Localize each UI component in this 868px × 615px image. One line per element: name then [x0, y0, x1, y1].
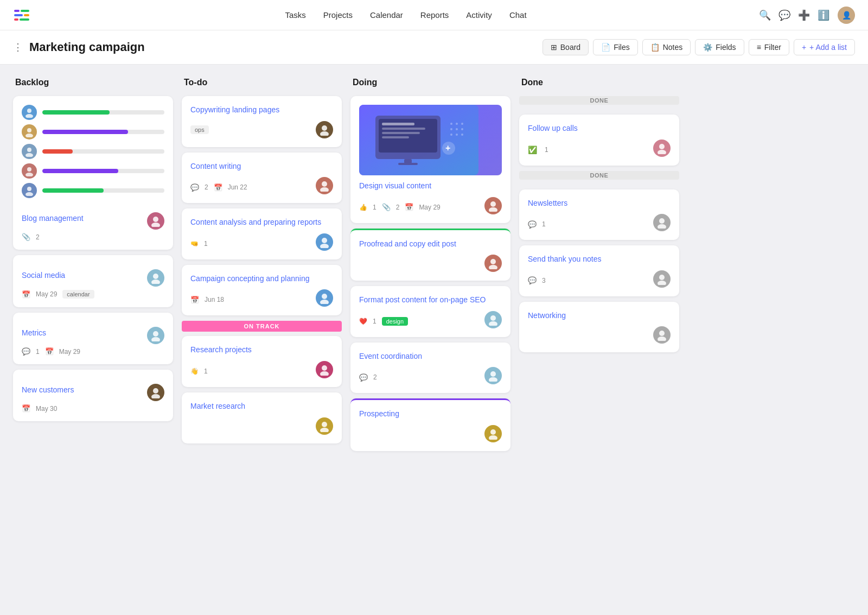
dv-attachment-icon: 📎 [382, 203, 391, 211]
avatar-2 [22, 124, 37, 140]
filter-label: Filter [764, 43, 781, 52]
prospecting-card[interactable]: Prospecting [350, 398, 510, 451]
cc-calendar-icon: 📅 [190, 296, 199, 304]
app-logo[interactable] [13, 7, 30, 24]
user-avatar[interactable]: 👤 [838, 7, 855, 24]
proofread-avatar [484, 255, 502, 272]
files-tab[interactable]: 📄 Files [593, 39, 638, 55]
proofread-card[interactable]: Proofread and copy edit post [350, 229, 510, 281]
follow-up-avatar [653, 140, 671, 157]
nav-activity[interactable]: Activity [466, 10, 492, 20]
metrics-avatar [147, 327, 164, 344]
svg-point-63 [489, 377, 497, 382]
metrics-calendar-icon: 📅 [45, 347, 54, 356]
board-tab[interactable]: ⊞ Board [542, 39, 589, 55]
social-media-card[interactable]: Social media 📅 May 29 calendar [13, 255, 173, 307]
svg-point-57 [489, 207, 497, 212]
card-illustration: + [359, 105, 502, 175]
networking-avatar [653, 326, 671, 344]
send-thank-you-card[interactable]: Send thank you notes 💬 3 [519, 245, 679, 296]
content-writing-card[interactable]: Content writing 💬 2 📅 Jun 22 [182, 153, 342, 204]
market-research-card[interactable]: Market research [182, 392, 342, 443]
svg-point-8 [27, 128, 31, 132]
new-customers-card[interactable]: New customers 📅 May 30 [13, 370, 173, 421]
dv-attachment-count: 2 [396, 204, 400, 211]
fp-emoji: ❤️ [359, 318, 367, 325]
copywriting-card[interactable]: Copywriting landing pages ops [182, 96, 342, 147]
svg-point-69 [658, 224, 666, 229]
files-icon: 📄 [601, 43, 610, 52]
svg-point-65 [489, 435, 497, 440]
format-post-card[interactable]: Format post content for on-page SEO ❤️ 1… [350, 286, 510, 337]
nav-projects[interactable]: Projects [323, 10, 353, 20]
dv-emoji-count: 1 [373, 204, 376, 211]
nav-tasks[interactable]: Tasks [285, 10, 305, 20]
copywriting-title: Copywriting landing pages [190, 105, 333, 116]
campaign-concepting-card[interactable]: Campaign concepting and planning 📅 Jun 1… [182, 265, 342, 316]
files-label: Files [614, 43, 630, 52]
metrics-date: May 29 [59, 348, 80, 356]
svg-point-58 [490, 259, 496, 264]
add-icon[interactable]: ➕ [799, 10, 809, 21]
svg-point-7 [25, 114, 33, 118]
nav-chat[interactable]: Chat [509, 10, 527, 20]
svg-point-21 [151, 337, 160, 341]
svg-rect-40 [382, 128, 425, 130]
research-projects-card[interactable]: Research projects 👋 1 [182, 336, 342, 387]
svg-point-44 [456, 123, 458, 125]
rp-emoji-count: 1 [204, 367, 208, 375]
blog-management-title: Blog management [22, 213, 84, 224]
backlog-progress-card[interactable]: Blog management 📎 2 [13, 96, 173, 250]
svg-point-12 [27, 167, 31, 172]
add-list-label: + Add a list [809, 43, 847, 52]
svg-point-16 [153, 217, 158, 222]
backlog-cards: Blog management 📎 2 Social media [13, 96, 173, 421]
dv-emoji: 👍 [359, 204, 367, 211]
event-coordination-card[interactable]: Event coordination 💬 2 [350, 343, 510, 394]
event-coordination-title: Event coordination [359, 351, 502, 362]
todo-column: To-do Copywriting landing pages ops Cont… [182, 78, 342, 606]
board-icon: ⊞ [551, 43, 557, 52]
content-analysis-card[interactable]: Content analysis and preparing reports 🤜… [182, 208, 342, 259]
fields-tab[interactable]: ⚙️ Fields [695, 39, 744, 55]
svg-point-49 [450, 134, 452, 136]
svg-rect-3 [24, 14, 29, 16]
svg-point-24 [322, 125, 327, 131]
newsletters-card[interactable]: Newsletters 💬 1 [519, 189, 679, 240]
cc-date: Jun 18 [205, 296, 224, 303]
svg-rect-54 [404, 159, 412, 163]
networking-card[interactable]: Networking [519, 302, 679, 353]
new-customers-avatar [147, 384, 164, 401]
svg-rect-41 [382, 132, 420, 134]
svg-point-13 [25, 173, 33, 176]
content-writing-title: Content writing [190, 161, 333, 172]
nav-calendar[interactable]: Calendar [370, 10, 403, 20]
svg-point-28 [322, 238, 327, 243]
event-meta: 💬 2 [359, 373, 377, 382]
send-thank-you-avatar [653, 270, 671, 288]
filter-tab[interactable]: ≡ Filter [749, 39, 789, 55]
ontrack-section: ON TRACK Research projects 👋 1 [182, 321, 342, 387]
svg-point-23 [151, 394, 160, 398]
page-title: Marketing campaign [29, 40, 542, 54]
nav-links: Tasks Projects Calendar Reports Activity… [52, 10, 760, 20]
menu-dots-icon[interactable]: ⋮ [13, 41, 23, 53]
follow-up-calls-title: Follow up calls [528, 123, 671, 134]
metrics-card[interactable]: Metrics 💬 1 📅 May 29 [13, 313, 173, 364]
svg-rect-42 [382, 136, 409, 138]
add-list-button[interactable]: + + Add a list [794, 39, 855, 55]
svg-rect-2 [14, 14, 23, 16]
svg-point-50 [456, 134, 458, 136]
done-column: Done DONE Follow up calls ✅ 1 DONE [519, 78, 679, 606]
notes-tab[interactable]: 📋 Notes [642, 39, 691, 55]
chat-bubble-icon[interactable]: 💬 [779, 10, 790, 21]
info-icon[interactable]: ℹ️ [818, 10, 829, 21]
rp-emoji: 👋 [190, 367, 199, 375]
search-icon[interactable]: 🔍 [760, 10, 770, 21]
nav-reports[interactable]: Reports [420, 10, 449, 20]
newsletters-meta: 💬 1 [528, 220, 546, 229]
svg-point-73 [658, 337, 666, 341]
design-visual-card[interactable]: + Design visual content 👍 1 📎 2 📅 May [350, 96, 510, 223]
svg-rect-55 [398, 163, 418, 165]
follow-up-calls-card[interactable]: Follow up calls ✅ 1 [519, 115, 679, 166]
